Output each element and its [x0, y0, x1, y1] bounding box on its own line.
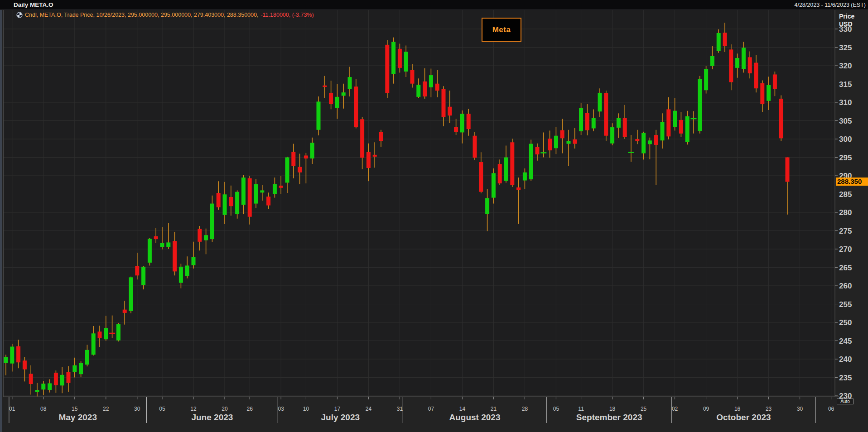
candle-body: [235, 192, 239, 214]
candle-body: [35, 390, 39, 392]
series-legend[interactable]: Cndl, META.O, Trade Price, 10/26/2023, 2…: [16, 11, 314, 19]
candle-body: [223, 194, 227, 215]
candle-body: [779, 99, 783, 138]
instrument-annotation[interactable]: Meta: [482, 18, 521, 42]
date-tick-label: 08: [40, 406, 47, 412]
candle-8/24[interactable]: [510, 139, 514, 187]
candlestick-chart[interactable]: 2302352402452502552602652702752802852902…: [0, 0, 868, 432]
candle-body: [329, 93, 333, 104]
candle-body: [648, 140, 652, 144]
candle-7/12[interactable]: [317, 96, 321, 135]
date-tick-label: 31: [397, 406, 403, 412]
candle-7/20[interactable]: [354, 79, 358, 129]
candle-body: [160, 243, 164, 247]
candle-body: [460, 114, 464, 132]
candle-body: [217, 193, 221, 207]
auto-scale-button[interactable]: Auto: [837, 398, 854, 404]
price-tick-label: 285: [839, 190, 852, 199]
candle-body: [560, 130, 564, 139]
candle-8/16[interactable]: [473, 132, 477, 160]
candle-10/25[interactable]: [779, 96, 783, 141]
candle-body: [360, 119, 364, 158]
candle-body: [416, 85, 420, 97]
date-tick-label: 15: [72, 406, 78, 412]
candle-body: [48, 383, 52, 390]
candle-body: [786, 158, 790, 182]
date-tick-label: 11: [578, 406, 584, 412]
plot-area[interactable]: [4, 10, 835, 397]
candle-body: [141, 267, 145, 285]
month-label: June 2023: [191, 413, 233, 422]
price-tick-label: 275: [839, 227, 852, 235]
candle-body: [391, 42, 395, 74]
candle-9/15[interactable]: [604, 91, 608, 141]
candle-body: [373, 155, 377, 157]
candle-body: [4, 357, 8, 363]
candle-6/1[interactable]: [148, 238, 152, 266]
date-tick-label: 20: [222, 406, 228, 412]
candle-body: [298, 167, 302, 173]
candle-body: [661, 122, 665, 140]
candle-body: [760, 83, 764, 104]
candle-body: [548, 139, 552, 150]
date-tick-label: 21: [491, 406, 497, 412]
candle-5/24[interactable]: [116, 323, 121, 342]
candle-body: [304, 155, 308, 158]
candle-body: [666, 109, 670, 136]
candle-body: [173, 241, 177, 271]
candle-body: [573, 139, 577, 144]
price-tick-label: 250: [839, 318, 852, 327]
candle-7/27[interactable]: [385, 40, 389, 98]
price-tick-label: 265: [839, 264, 852, 272]
window-left-edge: [0, 0, 2, 432]
candle-8/29[interactable]: [529, 140, 533, 181]
candle-body: [585, 113, 589, 130]
price-axis-title: Price USD: [839, 13, 854, 28]
candle-body: [342, 92, 346, 96]
price-tick-label: 320: [839, 62, 852, 70]
candle-body: [54, 373, 58, 385]
candle-body: [79, 363, 83, 374]
month-label: September 2023: [576, 413, 642, 422]
candle-body: [273, 184, 277, 194]
candle-body: [85, 350, 89, 365]
titlebar[interactable]: [0, 0, 868, 10]
candle-10/6[interactable]: [698, 76, 702, 134]
interval-clock-icon: [16, 12, 23, 18]
candle-body: [410, 70, 415, 84]
candle-body: [379, 132, 383, 141]
candle-9/11[interactable]: [579, 103, 583, 135]
date-tick-label: 17: [334, 406, 341, 412]
candle-body: [485, 198, 489, 214]
candle-body: [592, 118, 596, 129]
candle-body: [498, 164, 502, 183]
date-tick-label: 25: [641, 406, 647, 412]
date-tick-label: 30: [134, 406, 140, 412]
candle-body: [442, 89, 446, 117]
candle-body: [109, 333, 115, 334]
candle-body: [23, 360, 27, 369]
candle-body: [404, 52, 408, 72]
candle-body: [691, 118, 697, 120]
candle-body: [335, 97, 339, 108]
candle-body: [473, 136, 477, 158]
candle-body: [104, 328, 108, 339]
candle-body: [529, 144, 533, 180]
candle-body: [92, 333, 96, 355]
candle-body: [41, 384, 45, 389]
candle-10/9[interactable]: [704, 66, 708, 94]
candle-body: [254, 184, 258, 204]
candle-body: [60, 375, 64, 385]
candle-body: [567, 141, 571, 144]
candle-body: [723, 33, 727, 46]
candle-5/26[interactable]: [129, 277, 133, 313]
candle-body: [198, 229, 202, 241]
candle-body: [348, 77, 352, 89]
candle-body: [598, 93, 602, 111]
candle-body: [710, 56, 714, 66]
price-tick-label: 325: [839, 43, 852, 52]
month-label: August 2023: [449, 413, 501, 422]
last-price-badge: 288.350: [836, 178, 868, 186]
candle-body: [279, 186, 283, 188]
candle-body: [735, 58, 739, 68]
